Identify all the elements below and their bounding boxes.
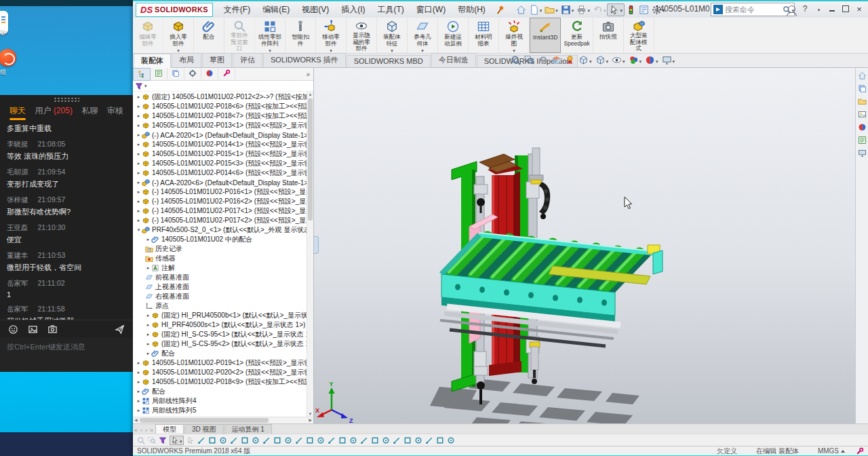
tab-evaluate[interactable]: 评估 bbox=[233, 53, 262, 67]
help-button[interactable]: ? bbox=[799, 3, 811, 15]
new-document-button[interactable] bbox=[528, 4, 544, 16]
filter-centerline-icon[interactable] bbox=[349, 436, 357, 444]
tree-item[interactable]: 上视基准面 bbox=[133, 282, 313, 292]
tree-item[interactable]: ▸ 局部线性阵列4 bbox=[133, 396, 313, 406]
filter-planes-icon[interactable] bbox=[262, 436, 271, 444]
assembly-features-button[interactable]: 装配体 特征 ▾ bbox=[377, 18, 408, 53]
minimize-button[interactable] bbox=[826, 3, 838, 15]
filter-blocks-icon[interactable] bbox=[447, 436, 455, 444]
tree-item[interactable]: ▸ 140505-L01M01U02-P015<1> (預設<<預設>_显示状态… bbox=[133, 149, 313, 159]
reference-geometry-button[interactable]: 参考几 何体 ▾ bbox=[408, 18, 438, 53]
mate-button[interactable]: 配合 bbox=[194, 18, 224, 53]
tree-item[interactable]: 原点 bbox=[133, 301, 313, 311]
unit-system-caret[interactable] bbox=[841, 450, 845, 453]
tab-scroll-left1-icon[interactable]: ‹ bbox=[139, 427, 144, 434]
search-command-box[interactable]: 搜索命令 bbox=[711, 3, 795, 16]
tree-item[interactable]: 传感器 bbox=[133, 254, 313, 263]
undo-button[interactable] bbox=[591, 4, 608, 16]
chat-tab-private[interactable]: 私聊 bbox=[81, 105, 98, 120]
chat-tab-review[interactable]: 审核 bbox=[107, 105, 123, 120]
chat-drag-handle[interactable] bbox=[0, 95, 133, 103]
tree-vertical-scrollbar[interactable]: ▲▼ bbox=[307, 92, 313, 417]
smart-fasteners-button[interactable]: 智能扣 件 bbox=[285, 18, 316, 53]
tab-featuremanager[interactable] bbox=[133, 68, 151, 81]
design-library-icon[interactable] bbox=[858, 84, 867, 93]
filter-edges-icon[interactable] bbox=[208, 436, 216, 444]
tree-item[interactable]: ▸ 140505-L01M01U02-P013<1> (預設<<預設>_显示状态… bbox=[133, 121, 313, 130]
tree-item[interactable]: ▸ 140505-L01M01U02-P014<6> (預設<<預設>_显示状态… bbox=[133, 168, 313, 178]
tree-item[interactable]: ▸ (-) 140505-L01M01U02-P017<2> (預設<<預設>_… bbox=[133, 216, 313, 225]
tab-scroll-left-icon[interactable]: « bbox=[133, 427, 139, 434]
tree-item[interactable]: 右视基准面 bbox=[133, 292, 313, 301]
tree-item[interactable]: ▸ 140505-L01M01U02-P019<1> (預設<<預設>_显示状态… bbox=[133, 358, 313, 368]
tree-item[interactable]: 历史记录 bbox=[133, 244, 313, 254]
save-button[interactable] bbox=[559, 4, 576, 16]
edit-component-button[interactable]: 编辑零 部件 bbox=[133, 18, 163, 53]
tree-item[interactable]: ▸ 140505-L01M01U02-P014<1> (預設<<預設>_显示状态… bbox=[133, 140, 313, 149]
taskbar[interactable] bbox=[0, 432, 133, 456]
tab-cam[interactable] bbox=[218, 68, 235, 79]
menu-help[interactable]: 帮助(H) bbox=[452, 3, 491, 17]
maximize-button[interactable] bbox=[840, 3, 852, 15]
desktop-icon-app[interactable] bbox=[0, 49, 16, 66]
send-icon[interactable] bbox=[115, 324, 125, 335]
tab-propertymanager[interactable] bbox=[151, 68, 167, 79]
tree-item[interactable]: ▸ 注解 bbox=[133, 263, 313, 273]
appearances-scenes-icon[interactable] bbox=[858, 123, 867, 132]
filter-axes-icon[interactable] bbox=[252, 436, 260, 444]
exploded-view-button[interactable]: 爆炸视 图 ▾ bbox=[499, 18, 530, 53]
tab-assembly[interactable]: 装配体 bbox=[134, 54, 171, 68]
filter-coordinate-systems-icon[interactable] bbox=[284, 436, 292, 444]
tree-item[interactable]: ▸ 140505-L01M01U02-P018<7> (預設<按加工><<預設>… bbox=[133, 111, 313, 121]
filter-datums-icon[interactable] bbox=[425, 436, 433, 444]
filter-sketch-segments-icon[interactable] bbox=[317, 436, 325, 444]
solidworks-forum-icon[interactable] bbox=[858, 149, 867, 157]
filter-faces-icon[interactable] bbox=[219, 436, 227, 444]
open-button[interactable] bbox=[543, 4, 559, 16]
graphics-viewport[interactable]: Y X Z bbox=[314, 68, 855, 423]
tree-item[interactable]: ▸ 配合 bbox=[133, 349, 313, 358]
chat-message-list[interactable]: 多重算中重载 李晓挺21:08:05 等效 滚珠的预压力 毛朝源21:09:54… bbox=[0, 121, 133, 320]
filter-annotations-icon[interactable] bbox=[371, 436, 379, 444]
select-arrow-icon[interactable] bbox=[170, 436, 184, 445]
rebuild-button[interactable] bbox=[625, 4, 637, 16]
view-settings-icon[interactable] bbox=[661, 55, 676, 65]
tree-filter-caret[interactable]: ▾ bbox=[144, 83, 147, 89]
tree-item[interactable]: ▸ 140505-L01M01U02 中的配合 bbox=[133, 235, 313, 244]
filter-surface-finish-icon[interactable] bbox=[436, 436, 444, 444]
custom-properties-icon[interactable] bbox=[858, 136, 867, 145]
tree-item[interactable]: ▸ (固定) 140505-L01M01U02-P012<2>->? (預設<按… bbox=[133, 92, 313, 102]
insert-components-button[interactable]: 插入零 部件 ▾ bbox=[163, 18, 194, 53]
tree-item[interactable]: ▸ (-) 140505-L01M01U02-P016<1> (預設<<預設>_… bbox=[133, 187, 313, 197]
tab-3d-views[interactable]: 3D 视图 bbox=[184, 424, 224, 434]
tab-today-mfg[interactable]: 今日制造 bbox=[431, 53, 476, 67]
filter-center-marks-icon[interactable] bbox=[338, 436, 347, 444]
appearance-callout-icon[interactable] bbox=[564, 55, 576, 65]
emoji-icon[interactable] bbox=[8, 324, 18, 335]
tab-scroll-right-icon[interactable]: » bbox=[149, 427, 155, 434]
tree-item[interactable]: ▸ 局部线性阵列5 bbox=[133, 406, 313, 415]
tab-layout[interactable]: 布局 bbox=[172, 53, 201, 67]
filter-notes-icon[interactable] bbox=[382, 436, 390, 444]
tab-scroll-right1-icon[interactable]: › bbox=[144, 427, 149, 434]
file-properties-button[interactable] bbox=[637, 4, 650, 16]
menu-tools[interactable]: 工具(T) bbox=[372, 3, 410, 17]
linear-component-pattern-button[interactable]: 线性零部 件阵列 ▾ bbox=[255, 18, 285, 53]
filter-dimensions-icon[interactable] bbox=[360, 436, 368, 444]
apply-scene-icon[interactable] bbox=[644, 55, 659, 65]
bill-of-materials-button[interactable]: 材料明 细表 bbox=[469, 18, 499, 53]
update-speedpak-button[interactable]: 更新 Speedpak bbox=[561, 18, 593, 53]
user-account-icon[interactable] bbox=[785, 3, 797, 15]
help-caret[interactable] bbox=[812, 3, 825, 15]
select-button[interactable] bbox=[607, 3, 625, 16]
filter-midpoints-icon[interactable] bbox=[328, 436, 336, 444]
tree-item[interactable]: ▸ (固定) HI_PRU40500b<1> (默认<<默认>_显示状态 1>) bbox=[133, 311, 313, 320]
menu-window[interactable]: 窗口(W) bbox=[411, 3, 451, 17]
menu-insert[interactable]: 插入(I) bbox=[336, 3, 370, 17]
tree-item[interactable]: ▸ (固定) HI_S-CS-95<2> (默认<<默认>_显示状态 1>) bbox=[133, 339, 313, 349]
chat-input[interactable]: 按Ctrl+Enter键发送消息 bbox=[0, 338, 133, 372]
show-hidden-components-button[interactable]: 显示隐 藏的零 部件 bbox=[347, 18, 377, 53]
new-motion-study-button[interactable]: 新建运 动算例 bbox=[438, 18, 469, 53]
clear-selections-icon[interactable] bbox=[148, 436, 156, 444]
tab-configurationmanager[interactable] bbox=[167, 68, 184, 79]
